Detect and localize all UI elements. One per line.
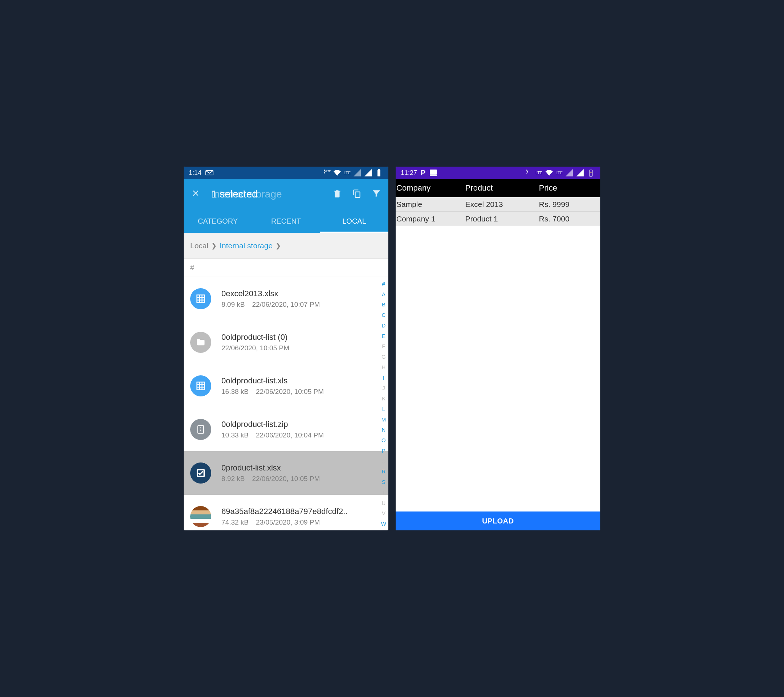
action-bar: Internal storage 1 selected [184,179,389,209]
alpha-letter[interactable]: I [381,375,386,381]
file-type-icon [190,506,211,527]
alpha-letter[interactable]: W [381,521,386,526]
header-company: Company [395,183,465,193]
lte-label: LTE [556,171,563,175]
alpha-letter[interactable]: B [381,302,386,307]
copy-icon[interactable] [352,189,362,199]
file-item[interactable]: 0excel2013.xlsx 8.09 kB 22/06/2020, 10:0… [184,277,389,321]
cell-company: Sample [395,200,465,209]
chevron-right-icon: ❯ [275,242,281,250]
alpha-letter[interactable]: C [381,312,386,318]
file-item[interactable]: 0oldproduct-list (0) 22/06/2020, 10:05 P… [184,321,389,364]
cell-product: Product 1 [465,214,539,223]
alpha-letter[interactable]: # [381,281,386,287]
file-name: 0product-list.xlsx [221,463,356,473]
alpha-letter[interactable]: E [381,333,386,339]
breadcrumb: Local ❯ Internal storage ❯ [184,233,389,259]
svg-rect-2 [377,170,380,176]
table-header: Company Product Price [395,179,600,197]
battery-charging-icon [586,168,595,177]
svg-point-18 [200,430,201,430]
tabs: CATEGORY RECENT LOCAL [184,209,389,233]
lte-label: LTE [344,171,351,175]
file-type-icon [190,332,211,353]
alpha-letter[interactable]: L [381,406,386,412]
alpha-letter[interactable]: V [381,511,386,516]
delete-icon[interactable] [333,189,342,199]
file-item[interactable]: 0product-list.xlsx 8.92 kB 22/06/2020, 1… [184,451,389,495]
alpha-letter[interactable]: H [381,364,386,370]
file-size: 74.32 kB [221,518,249,526]
selection-count: 1 selected [211,188,258,199]
header-price: Price [539,183,600,193]
file-name: 0oldproduct-list.zip [221,420,356,429]
svg-rect-3 [378,169,380,170]
chevron-right-icon: ❯ [211,242,217,250]
tab-local[interactable]: LOCAL [320,209,389,233]
alpha-letter[interactable]: S [381,479,386,484]
file-type-icon [190,376,211,396]
alpha-letter[interactable]: O [381,437,386,443]
breadcrumb-current[interactable]: Internal storage [220,241,273,250]
status-bar: 11:27 P LTE LTE [395,166,600,179]
alpha-letter[interactable]: T [381,490,386,495]
file-size: 16.38 kB [221,388,249,396]
file-size: 8.09 kB [221,301,245,308]
svg-text:LTE: LTE [326,170,331,173]
filter-icon[interactable] [372,189,381,199]
status-bar: 1:14 LTE LTE [184,166,389,179]
battery-icon [375,168,383,177]
file-name: 0excel2013.xlsx [221,289,356,298]
file-date: 22/06/2020, 10:07 PM [252,301,320,308]
status-time: 1:14 [189,169,201,177]
file-date: 22/06/2020, 10:05 PM [256,388,324,396]
volte-icon: LTE [322,168,331,177]
file-date: 23/05/2020, 3:09 PM [256,518,320,526]
alpha-letter[interactable]: N [381,427,386,432]
signal-icon [565,168,573,177]
display-icon [429,168,438,177]
parking-icon: P [421,169,425,177]
file-date: 22/06/2020, 10:04 PM [256,431,324,439]
alpha-letter[interactable]: F [381,343,386,349]
alpha-letter[interactable]: R [381,469,386,474]
file-date: 22/06/2020, 10:05 PM [221,344,289,352]
alpha-scroll-index[interactable]: #ABCDEFGHIJKLMNOPQRSTUVW [381,277,386,531]
lte-label: LTE [535,171,542,175]
alpha-letter[interactable]: D [381,323,386,328]
wifi-icon [545,168,553,177]
table-row[interactable]: Sample Excel 2013 Rs. 9999 [395,197,600,212]
upload-button[interactable]: UPLOAD [395,511,600,531]
alpha-letter[interactable]: M [381,417,386,422]
breadcrumb-root[interactable]: Local [190,241,208,250]
file-list: 0excel2013.xlsx 8.09 kB 22/06/2020, 10:0… [184,277,389,531]
alpha-letter[interactable]: P [381,448,386,453]
alpha-letter[interactable]: A [381,292,386,297]
file-type-icon [190,288,211,309]
file-item[interactable]: 0oldproduct-list.zip 10.33 kB 22/06/2020… [184,408,389,451]
alpha-letter[interactable]: J [381,385,386,391]
status-time: 11:27 [401,169,417,177]
alpha-letter[interactable]: K [381,396,386,401]
cell-company: Company 1 [395,214,465,223]
tab-recent[interactable]: RECENT [252,209,320,233]
svg-rect-10 [197,382,205,390]
signal-icon [364,168,372,177]
wifi-icon [333,168,341,177]
alpha-letter[interactable]: G [381,354,386,359]
svg-rect-20 [430,170,436,174]
signal-icon [576,168,585,177]
file-type-icon [190,419,211,440]
table-app-screen: 11:27 P LTE LTE Company Product Price Sa… [395,166,600,531]
close-icon[interactable] [191,188,200,200]
tab-category[interactable]: CATEGORY [184,209,252,233]
table-row[interactable]: Company 1 Product 1 Rs. 7000 [395,212,600,226]
file-item[interactable]: 69a35af8a22246188a797e8dfcdf2.. 74.32 kB… [184,495,389,531]
section-header: # [184,259,389,277]
alpha-letter[interactable]: U [381,500,386,506]
file-item[interactable]: 0oldproduct-list.xls 16.38 kB 22/06/2020… [184,364,389,408]
file-manager-screen: 1:14 LTE LTE Internal storage 1 selected [184,166,389,531]
file-name: 0oldproduct-list (0) [221,333,356,342]
file-name: 0oldproduct-list.xls [221,376,356,386]
alpha-letter[interactable]: Q [381,458,386,464]
